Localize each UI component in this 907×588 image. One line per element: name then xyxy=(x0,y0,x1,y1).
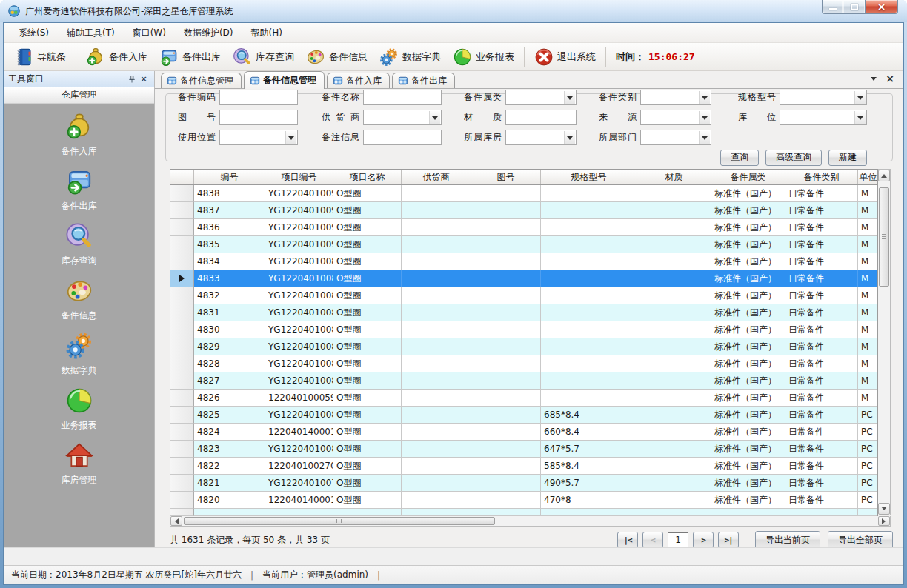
cell[interactable]: 470*8 xyxy=(541,492,637,509)
cell[interactable]: PC xyxy=(858,407,878,424)
dropdown-arrow-icon[interactable] xyxy=(285,131,296,144)
cell[interactable] xyxy=(637,424,711,441)
row-selector[interactable] xyxy=(170,236,194,253)
cell[interactable]: 标准件（国产） xyxy=(711,270,785,287)
cell[interactable] xyxy=(637,304,711,321)
select-spec-model[interactable] xyxy=(780,90,867,105)
cell[interactable]: PC xyxy=(858,475,878,492)
cell[interactable]: O型圈 xyxy=(333,321,402,338)
cell[interactable] xyxy=(637,372,711,390)
toolbar-button-navigation-bar[interactable]: 导航条 xyxy=(8,46,72,68)
minimize-button[interactable] xyxy=(822,0,843,14)
maximize-button[interactable] xyxy=(843,0,865,14)
cell[interactable]: YG12204010081 xyxy=(265,407,333,424)
next-page-button[interactable]: > xyxy=(693,532,714,548)
cell[interactable] xyxy=(402,321,471,338)
row-selector[interactable] xyxy=(170,219,194,236)
cell[interactable]: O型圈 xyxy=(333,219,402,236)
cell[interactable] xyxy=(541,270,637,287)
cell[interactable] xyxy=(402,338,471,355)
cell[interactable]: 标准件（国产） xyxy=(711,338,785,355)
cell[interactable]: 日常备件 xyxy=(785,355,858,372)
cell[interactable]: 4825 xyxy=(194,407,265,424)
table-row[interactable]: 4834YG12204010089O型圈标准件（国产）日常备件M xyxy=(170,253,877,270)
cell[interactable]: YG12204010082 xyxy=(265,372,333,390)
scroll-down-icon[interactable] xyxy=(878,503,890,515)
toolbar-button-inventory-query[interactable]: 库存查询 xyxy=(227,46,300,68)
table-row[interactable]: 4827YG12204010082O型圈标准件（国产）日常备件M xyxy=(170,372,877,390)
cell[interactable] xyxy=(402,355,471,372)
cell[interactable]: 4836 xyxy=(194,219,265,236)
cell[interactable]: O型圈 xyxy=(333,287,402,304)
cell[interactable]: YG12204010090 xyxy=(265,236,333,253)
sidebar-item-warehouse-manage[interactable]: 库房管理 xyxy=(4,441,154,487)
cell[interactable]: 标准件（国产） xyxy=(711,321,785,338)
toolbar-button-exit-system[interactable]: 退出系统 xyxy=(528,46,602,68)
cell[interactable]: 4823 xyxy=(194,441,265,458)
query-button[interactable]: 查询 xyxy=(720,150,759,166)
cell[interactable] xyxy=(402,219,471,236)
table-row[interactable]: 4828YG12204010083O型圈标准件（国产）日常备件M xyxy=(170,355,877,372)
row-selector[interactable] xyxy=(170,338,194,355)
cell[interactable] xyxy=(541,202,637,219)
cell[interactable]: 4838 xyxy=(194,185,265,202)
sidebar-item-parts-outbound[interactable]: 备件出库 xyxy=(4,167,154,213)
cell[interactable] xyxy=(637,355,711,372)
cell[interactable] xyxy=(541,253,637,270)
sidebar-section-warehouse[interactable]: 仓库管理 xyxy=(4,87,154,104)
cell[interactable]: 1220401002700 xyxy=(265,458,333,475)
cell[interactable]: YG12204010089 xyxy=(265,253,333,270)
cell[interactable]: O型圈 xyxy=(333,270,402,287)
tab-close-icon[interactable]: × xyxy=(886,73,894,84)
column-header-1[interactable]: 项目编号 xyxy=(265,170,333,184)
cell[interactable]: 标准件（国产） xyxy=(711,236,785,253)
cell[interactable]: 日常备件 xyxy=(785,338,858,355)
cell[interactable]: YG12204010083 xyxy=(265,355,333,372)
dropdown-arrow-icon[interactable] xyxy=(699,91,710,104)
input-drawing-no[interactable] xyxy=(219,110,298,125)
cell[interactable] xyxy=(402,253,471,270)
cell[interactable] xyxy=(541,321,637,338)
row-selector[interactable] xyxy=(170,424,194,441)
cell[interactable] xyxy=(471,372,541,390)
cell[interactable] xyxy=(471,270,541,287)
cell[interactable]: 4827 xyxy=(194,372,265,390)
cell[interactable] xyxy=(402,287,471,304)
cell[interactable]: 日常备件 xyxy=(785,236,858,253)
cell[interactable]: 标准件（国产） xyxy=(711,458,785,475)
cell[interactable]: 4833 xyxy=(194,270,265,287)
cell[interactable]: YG12204010084 xyxy=(265,338,333,355)
table-row[interactable]: 4838YG12204010093O型圈标准件（国产）日常备件M xyxy=(170,185,877,202)
cell[interactable]: 日常备件 xyxy=(785,219,858,236)
cell[interactable] xyxy=(541,236,637,253)
toolbar-button-business-report[interactable]: 业务报表 xyxy=(447,46,520,68)
cell[interactable] xyxy=(402,458,471,475)
table-row[interactable]: 4833YG12204010088O型圈标准件（国产）日常备件M xyxy=(170,270,877,287)
cell[interactable] xyxy=(637,270,711,287)
title-bar[interactable]: 广州爱奇迪软件科技有限公司-深田之星仓库管理系统 xyxy=(0,0,907,22)
cell[interactable]: 日常备件 xyxy=(785,458,858,475)
sidebar-item-parts-info[interactable]: 备件信息 xyxy=(4,277,154,322)
cell[interactable] xyxy=(402,441,471,458)
cell[interactable]: O型圈 xyxy=(333,475,402,492)
cell[interactable] xyxy=(402,202,471,219)
table-row[interactable]: 4830YG12204010085O型圈标准件（国产）日常备件M xyxy=(170,321,877,338)
select-part-category[interactable] xyxy=(640,90,711,105)
menu-item-system[interactable]: 系统(S) xyxy=(10,23,58,43)
row-selector[interactable] xyxy=(170,253,194,270)
cell[interactable]: 4829 xyxy=(194,338,265,355)
cell[interactable]: 标准件（国产） xyxy=(711,219,785,236)
cell[interactable]: M xyxy=(858,219,878,236)
input-part-name[interactable] xyxy=(363,90,442,105)
cell[interactable] xyxy=(541,390,637,407)
cell[interactable] xyxy=(471,185,541,202)
cell[interactable]: 647*5.7 xyxy=(541,441,637,458)
toolbar-button-parts-outbound[interactable]: 备件出库 xyxy=(153,46,227,68)
cell[interactable]: 标准件（国产） xyxy=(711,202,785,219)
sidebar-close-icon[interactable]: × xyxy=(138,74,150,84)
cell[interactable]: 标准件（国产） xyxy=(711,355,785,372)
cell[interactable]: 4821 xyxy=(194,475,265,492)
menu-item-help[interactable]: 帮助(H) xyxy=(242,23,291,43)
cell[interactable]: YG12204010079 xyxy=(265,475,333,492)
select-source[interactable] xyxy=(640,110,711,125)
